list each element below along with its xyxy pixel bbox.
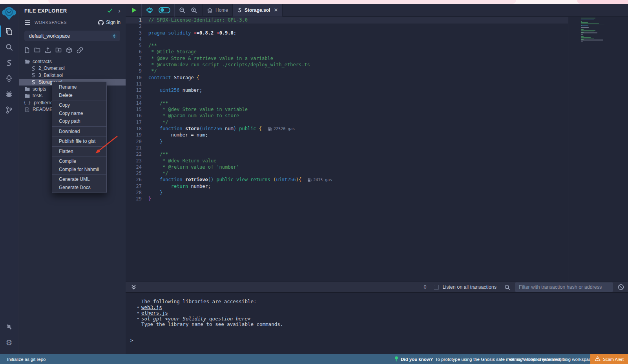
solidity-compiler-icon[interactable] (0, 55, 18, 71)
code-line-10: 10contract Storage { (126, 75, 568, 81)
code-line-27: 27 return number; (126, 184, 568, 190)
terminal-collapse-icon[interactable] (131, 285, 136, 290)
code-line-18: 18 function store(uint256 num) public {2… (126, 126, 568, 132)
menu-item-compile[interactable]: Compile (52, 157, 106, 166)
tree-item-3-ballot-sol[interactable]: 3_Ballot.sol (19, 72, 126, 79)
code-line-25: 25 */ (126, 171, 568, 177)
line-number: 22 (126, 151, 148, 157)
terminal-line: •sol-gpt <your Solidity question here> (136, 316, 628, 322)
code-lines: 1// SPDX-License-Identifier: GPL-3.023pr… (126, 16, 568, 203)
check-icon[interactable] (107, 8, 113, 13)
code-line-5: 5/** (126, 43, 568, 49)
solidity-file-icon (30, 73, 36, 78)
status-bar: Initialize as git repo Did you know? To … (0, 354, 628, 364)
line-number: 28 (126, 190, 148, 195)
terminal-link[interactable]: web3.js (141, 304, 162, 310)
workspace-stepper-icon[interactable] (111, 33, 118, 40)
code-line-29: 29} (126, 196, 568, 202)
close-icon[interactable]: ✕ (274, 7, 278, 13)
code-line-21: 21 (126, 145, 568, 151)
link-icon[interactable] (77, 47, 83, 53)
search-icon[interactable] (504, 284, 510, 290)
code-line-24: 24 * @return value of 'number' (126, 164, 568, 171)
did-you-know-tip: Did you know? To prototype using the Gno… (394, 354, 595, 364)
line-number: 26 (126, 177, 148, 182)
menu-item-generate-uml[interactable]: Generate UML (52, 175, 106, 184)
git-init-status[interactable]: Initialize as git repo (7, 354, 46, 364)
terminal-line: •web3.js (136, 305, 628, 311)
listen-all-transactions-label: Listen on all transactions (442, 284, 497, 290)
copilot-status[interactable]: RemixAI Copilot (enabled) (509, 354, 561, 364)
tab-storage-sol[interactable]: Storage.sol✕ (233, 4, 283, 16)
line-number: 10 (126, 75, 148, 80)
terminal[interactable]: The following libraries are accessible:•… (126, 293, 628, 354)
menu-separator (52, 100, 106, 100)
terminal-prompt[interactable]: > (126, 328, 628, 343)
warning-icon (595, 356, 601, 362)
tree-item-label: 3_Ballot.sol (38, 73, 63, 78)
upload-folder-icon[interactable] (55, 47, 62, 53)
debugger-icon[interactable] (0, 86, 18, 102)
search-icon[interactable] (0, 39, 18, 55)
menu-item-compile-for-nahmii[interactable]: Compile for Nahmii (52, 166, 106, 174)
menu-item-copy[interactable]: Copy (52, 101, 106, 109)
transaction-filter-input[interactable] (515, 282, 613, 292)
remix-logo-icon[interactable] (0, 4, 18, 24)
code-line-9: 9 */ (126, 68, 568, 75)
editor-scrollbar[interactable] (568, 16, 568, 282)
solidity-file-icon (237, 7, 242, 13)
terminal-header: 0 Listen on all transactions (126, 282, 628, 293)
code-editor[interactable]: 1// SPDX-License-Identifier: GPL-3.023pr… (126, 16, 628, 282)
clear-console-icon[interactable] (618, 284, 624, 290)
menu-separator (52, 174, 106, 175)
zoom-in-icon[interactable] (191, 7, 197, 13)
ai-copilot-robot-icon[interactable] (146, 7, 153, 14)
file-explorer-header: FILE EXPLORER › (19, 4, 126, 17)
menu-item-rename[interactable]: Rename (52, 83, 106, 91)
folder-icon (24, 93, 30, 98)
folder-open-icon (24, 59, 30, 64)
terminal-link[interactable]: ethers.js (141, 310, 168, 316)
tab-strip: HomeStorage.sol✕ (202, 4, 283, 16)
code-line-4: 4 (126, 36, 568, 43)
cube-icon[interactable] (66, 47, 72, 53)
menu-item-generate-docs[interactable]: Generate Docs (52, 184, 106, 192)
chevron-right-icon[interactable]: › (118, 7, 120, 14)
settings-icon[interactable]: ⚙ (0, 335, 18, 350)
tree-item-label: 2_Owner.sol (38, 66, 65, 71)
menu-item-copy-path[interactable]: Copy path (52, 117, 106, 126)
tree-item-2-owner-sol[interactable]: 2_Owner.sol (19, 65, 126, 72)
hamburger-menu-icon[interactable] (24, 20, 30, 25)
scam-alert-button[interactable]: Scam Alert (590, 354, 628, 364)
listen-all-transactions-checkbox[interactable] (434, 285, 439, 290)
git-icon[interactable] (0, 102, 18, 118)
file-explorer-icon[interactable] (0, 24, 18, 39)
sign-in-button[interactable]: Sign in (98, 20, 120, 25)
new-folder-icon[interactable] (34, 47, 40, 53)
code-line-1: 1// SPDX-License-Identifier: GPL-3.0 (126, 17, 568, 24)
tree-item-contracts[interactable]: contracts (19, 58, 126, 65)
menu-item-copy-name[interactable]: Copy name (52, 109, 106, 118)
line-number: 15 (126, 107, 148, 112)
upload-file-icon[interactable] (45, 47, 51, 53)
new-file-icon[interactable] (24, 47, 30, 53)
copilot-toggle[interactable] (159, 7, 170, 13)
transaction-count: 0 (424, 284, 426, 290)
workspace-select[interactable]: default_workspace (24, 31, 120, 41)
toolbar-divider (141, 4, 142, 16)
tab-home[interactable]: Home (202, 4, 233, 16)
menu-item-delete[interactable]: Delete (52, 91, 106, 100)
zoom-out-icon[interactable] (179, 7, 185, 13)
deploy-run-icon[interactable] (0, 71, 18, 86)
braces-icon: { } (24, 100, 30, 105)
editor-minimap[interactable] (579, 16, 623, 44)
code-line-2: 2 (126, 24, 568, 30)
file-actions-row (24, 47, 126, 53)
toolbar-divider (174, 4, 175, 16)
run-script-button[interactable] (131, 7, 137, 13)
line-number: 3 (126, 30, 148, 36)
plugin-manager-icon[interactable] (0, 319, 18, 335)
line-number: 6 (126, 49, 148, 55)
code-line-7: 7 * @dev Store & retrieve value in a var… (126, 56, 568, 62)
code-line-3: 3pragma solidity >=0.8.2 <0.9.0; (126, 30, 568, 36)
